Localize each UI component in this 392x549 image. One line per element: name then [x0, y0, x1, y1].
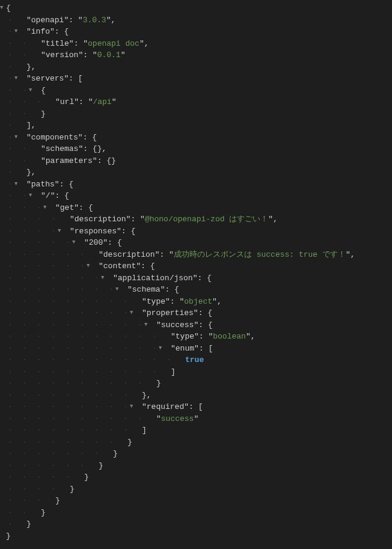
line-components-close: ·}, — [0, 167, 392, 179]
fold-caret[interactable]: ▼ — [159, 343, 165, 355]
line-desc1: ····"description": "@hono/openapi-zod はす… — [0, 213, 392, 225]
line-openapi: ·"openapi": "3.0.3", — [0, 14, 392, 26]
fold-caret[interactable]: ▼ — [14, 179, 20, 191]
line-enum-open: ···········▼"enum": [ — [0, 343, 392, 355]
fold-caret[interactable]: ▼ — [87, 260, 93, 272]
line-server-item-open: ··▼{ — [0, 85, 392, 97]
line-info-close: ·}, — [0, 61, 392, 73]
fold-caret[interactable]: ▼ — [14, 26, 20, 38]
fold-caret[interactable]: ▼ — [29, 85, 35, 97]
line-type-object: ·········"type": "object", — [0, 296, 392, 308]
line-required-close: ·········] — [0, 425, 392, 437]
line-root-close: } — [0, 530, 392, 542]
line-required-item: ··········"success" — [0, 413, 392, 425]
line-path-root-close: ··} — [0, 507, 392, 519]
line-schema-close: ········} — [0, 437, 392, 449]
line-info-open: ·▼"info": { — [0, 26, 392, 38]
line-parameters: ··"parameters": {} — [0, 155, 392, 167]
line-true: ············true — [0, 354, 392, 366]
line-success-open: ··········▼"success": { — [0, 319, 392, 331]
line-200-open: ·····▼"200": { — [0, 237, 392, 249]
line-servers-close: ·], — [0, 120, 392, 132]
line-required-open: ·········▼"required": [ — [0, 401, 392, 413]
line-desc2: ······"description": "成功時のレスポンスは success… — [0, 249, 392, 261]
line-root-open: ▼{ — [0, 2, 392, 14]
fold-caret[interactable]: ▼ — [130, 307, 136, 319]
line-responses-open: ····▼"responses": { — [0, 225, 392, 238]
line-properties-close: ·········}, — [0, 390, 392, 402]
line-enum-close: ···········] — [0, 366, 392, 378]
fold-caret[interactable]: ▼ — [29, 190, 35, 202]
line-appjson-open: ·······▼"application/json": { — [0, 272, 392, 284]
line-version: ··"version": "0.0.1" — [0, 49, 392, 61]
fold-caret[interactable]: ▼ — [0, 2, 6, 14]
fold-caret[interactable]: ▼ — [101, 272, 107, 284]
line-schemas: ··"schemas": {}, — [0, 143, 392, 155]
line-paths-close: ·} — [0, 518, 392, 530]
line-servers-open: ·▼"servers": [ — [0, 73, 392, 85]
line-paths-open: ·▼"paths": { — [0, 179, 392, 191]
line-url: ···"url": "/api" — [0, 96, 392, 108]
fold-caret[interactable]: ▼ — [14, 73, 20, 85]
line-200-close: ·····} — [0, 471, 392, 483]
line-properties-open: ·········▼"properties": { — [0, 307, 392, 319]
fold-caret[interactable]: ▼ — [115, 284, 121, 296]
line-title: ··"title": "openapi doc", — [0, 38, 392, 50]
line-path-root-open: ··▼"/": { — [0, 190, 392, 202]
line-content-open: ······▼"content": { — [0, 260, 392, 272]
line-schema-open: ········▼"schema": { — [0, 284, 392, 296]
fold-caret[interactable]: ▼ — [43, 202, 49, 214]
line-responses-close: ····} — [0, 483, 392, 495]
fold-caret[interactable]: ▼ — [144, 319, 150, 331]
line-components-open: ·▼"components": { — [0, 132, 392, 144]
line-get-close: ···} — [0, 495, 392, 507]
line-server-item-close: ··} — [0, 108, 392, 120]
line-appjson-close: ·······} — [0, 448, 392, 460]
fold-caret[interactable]: ▼ — [72, 237, 78, 249]
fold-caret[interactable]: ▼ — [58, 225, 64, 238]
line-get-open: ···▼"get": { — [0, 202, 392, 214]
line-success-close: ··········} — [0, 378, 392, 390]
fold-caret[interactable]: ▼ — [14, 132, 20, 144]
line-content-close: ······} — [0, 460, 392, 472]
line-type-boolean: ···········"type": "boolean", — [0, 331, 392, 343]
fold-caret[interactable]: ▼ — [130, 401, 136, 413]
json-tree-editor: ▼{ ·"openapi": "3.0.3", ·▼"info": { ··"t… — [0, 0, 392, 549]
